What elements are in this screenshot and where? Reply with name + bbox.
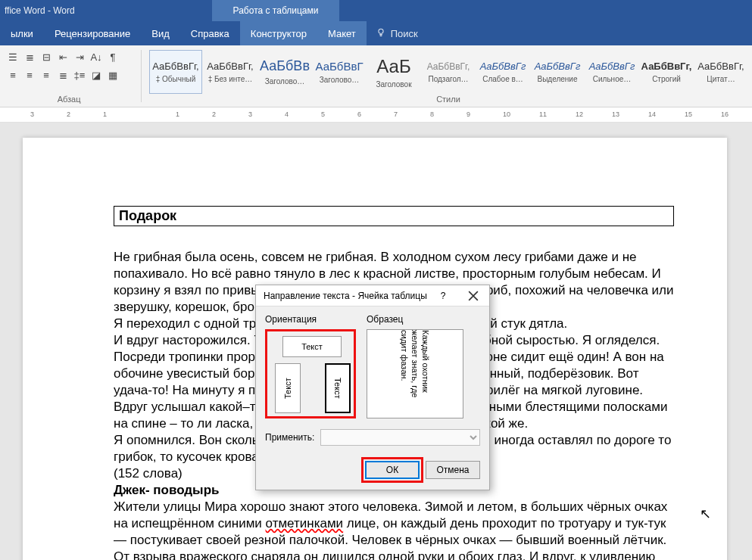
app-title: ffice Word - Word bbox=[0, 5, 75, 16]
ruler-tick: 16 bbox=[721, 110, 729, 118]
style-subtle-emphasis[interactable]: АаБбВвГгСлабое в… bbox=[476, 50, 529, 94]
apply-to-label: Применить: bbox=[265, 432, 314, 443]
ruler-tick: 3 bbox=[248, 110, 252, 118]
style-title[interactable]: АаБЗаголовок bbox=[367, 50, 420, 94]
style-heading1[interactable]: АаБбВвЗаголово… bbox=[258, 50, 311, 94]
dialog-help-button[interactable]: ? bbox=[432, 288, 454, 303]
dialog-close-button[interactable] bbox=[462, 288, 485, 303]
dialog-title-bar[interactable]: Направление текста - Ячейка таблицы ? bbox=[256, 285, 489, 306]
tab-table-design[interactable]: Конструктор bbox=[240, 21, 317, 45]
ruler-tick: 12 bbox=[576, 110, 583, 118]
style-intense-emphasis[interactable]: АаБбВвГгСильное… bbox=[585, 50, 638, 94]
styles-group-label: Стили bbox=[149, 95, 747, 105]
ruler-tick: 2 bbox=[212, 110, 216, 118]
ruler-tick: 14 bbox=[648, 110, 656, 118]
svg-point-0 bbox=[379, 29, 383, 33]
close-icon bbox=[468, 291, 479, 301]
justify-button[interactable]: ≣ bbox=[55, 67, 71, 83]
sample-label: Образец bbox=[367, 314, 463, 325]
shading-button[interactable]: ◪ bbox=[88, 67, 105, 83]
decrease-indent-button[interactable]: ⇤ bbox=[55, 48, 71, 65]
sort-button[interactable]: A↓ bbox=[88, 48, 105, 65]
ruler-tick: 1 bbox=[103, 110, 107, 118]
contextual-tab-label: Работа с таблицами bbox=[212, 0, 339, 21]
ruler-tick: 7 bbox=[394, 110, 398, 118]
style-strong[interactable]: АаБбВвГг,Строгий bbox=[640, 50, 693, 94]
ruler-tick: 4 bbox=[285, 110, 289, 118]
align-left-button[interactable]: ≡ bbox=[5, 67, 21, 83]
borders-button[interactable]: ▦ bbox=[105, 67, 121, 83]
style-subtitle[interactable]: АаБбВвГг,Подзагол… bbox=[422, 50, 475, 94]
dialog-title: Направление текста - Ячейка таблицы bbox=[264, 291, 427, 301]
ruler-tick: 3 bbox=[30, 110, 34, 118]
ruler-tick: 9 bbox=[466, 110, 470, 118]
sample-preview: Каждый охотник желает знать, где сидит ф… bbox=[367, 329, 463, 418]
cancel-button[interactable]: Отмена bbox=[426, 461, 480, 479]
tab-links[interactable]: ылки bbox=[0, 21, 44, 45]
doc-heading: Джек- поводырь bbox=[114, 483, 219, 497]
style-no-spacing[interactable]: АаБбВвГг,‡ Без инте… bbox=[204, 50, 257, 94]
ruler-tick: 11 bbox=[539, 110, 547, 118]
horizontal-ruler[interactable]: 32112345678910111213141516 bbox=[0, 107, 752, 123]
ruler-tick: 8 bbox=[430, 110, 434, 118]
spellcheck-word: отметинками bbox=[266, 516, 344, 530]
orientation-label: Ориентация bbox=[265, 314, 356, 325]
text-direction-dialog: Направление текста - Ячейка таблицы ? Ор… bbox=[255, 285, 490, 490]
ruler-tick: 1 bbox=[176, 110, 179, 118]
orient-vertical-up-button[interactable]: Текст bbox=[275, 363, 301, 413]
orient-horizontal-button[interactable]: Текст bbox=[282, 336, 342, 357]
mouse-cursor-icon: ↖ bbox=[700, 506, 711, 522]
tell-me-search[interactable]: Поиск bbox=[367, 21, 427, 45]
align-center-button[interactable]: ≡ bbox=[21, 67, 38, 83]
tab-view[interactable]: Вид bbox=[141, 21, 180, 45]
ribbon-separator bbox=[141, 50, 142, 102]
ribbon-group-paragraph: ☰ ≣ ⊟ ⇤ ⇥ A↓ ¶ ≡ ≡ ≡ ≣ ‡≡ ◪ ▦ Абзац bbox=[0, 45, 138, 107]
ruler-tick: 15 bbox=[685, 110, 692, 118]
sample-text: Каждый охотник желает знать, где сидит ф… bbox=[399, 330, 431, 418]
style-heading2[interactable]: АаБбВвГЗаголово… bbox=[313, 50, 366, 94]
ok-button[interactable]: ОК bbox=[365, 461, 420, 479]
apply-to-select[interactable] bbox=[320, 429, 480, 446]
multilevel-list-button[interactable]: ⊟ bbox=[38, 48, 55, 65]
tab-table-layout[interactable]: Макет bbox=[317, 21, 367, 45]
style-emphasis[interactable]: АаБбВвГгВыделение bbox=[531, 50, 584, 94]
tab-help[interactable]: Справка bbox=[180, 21, 240, 45]
ruler-tick: 6 bbox=[357, 110, 361, 118]
title-bar: ffice Word - Word Работа с таблицами bbox=[0, 0, 752, 21]
ruler-tick: 13 bbox=[612, 110, 619, 118]
show-marks-button[interactable]: ¶ bbox=[105, 48, 121, 65]
ribbon-group-styles: АаБбВвГг,‡ Обычный АаБбВвГг,‡ Без инте… … bbox=[145, 45, 752, 107]
align-right-button[interactable]: ≡ bbox=[38, 67, 55, 83]
ruler-tick: 10 bbox=[503, 110, 510, 118]
table-cell[interactable]: Подарок bbox=[114, 206, 674, 226]
ribbon-tabs: ылки Рецензирование Вид Справка Конструк… bbox=[0, 21, 752, 45]
numbering-button[interactable]: ≣ bbox=[21, 48, 38, 65]
style-normal[interactable]: АаБбВвГг,‡ Обычный bbox=[149, 50, 202, 94]
paragraph-group-label: Абзац bbox=[5, 95, 133, 105]
lightbulb-icon bbox=[376, 27, 386, 40]
line-spacing-button[interactable]: ‡≡ bbox=[71, 67, 88, 83]
style-quote[interactable]: АаБбВвГг,Цитат… bbox=[694, 50, 747, 94]
ruler-tick: 2 bbox=[67, 110, 70, 118]
orientation-picker: Текст Текст Текст bbox=[265, 329, 356, 418]
orient-vertical-down-button[interactable]: Текст bbox=[325, 363, 351, 413]
bullets-button[interactable]: ☰ bbox=[5, 48, 21, 65]
tab-review[interactable]: Рецензирование bbox=[44, 21, 141, 45]
ruler-tick: 5 bbox=[321, 110, 325, 118]
ribbon: ☰ ≣ ⊟ ⇤ ⇥ A↓ ¶ ≡ ≡ ≡ ≣ ‡≡ ◪ ▦ Абзац АаБб… bbox=[0, 45, 752, 107]
styles-gallery[interactable]: АаБбВвГг,‡ Обычный АаБбВвГг,‡ Без инте… … bbox=[149, 48, 747, 94]
increase-indent-button[interactable]: ⇥ bbox=[71, 48, 88, 65]
